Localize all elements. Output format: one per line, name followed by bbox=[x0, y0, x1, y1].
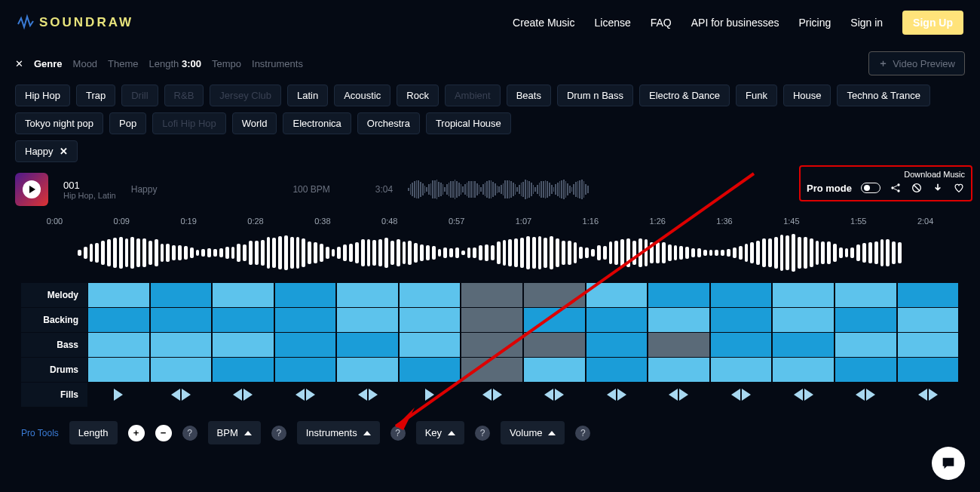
segment-cell[interactable] bbox=[213, 333, 274, 357]
segment-cell[interactable] bbox=[524, 358, 585, 382]
fill-prev-icon[interactable] bbox=[296, 389, 305, 401]
genre-tag[interactable]: Tokyo night pop bbox=[15, 112, 103, 134]
segment-cell[interactable] bbox=[648, 283, 709, 307]
share-icon[interactable] bbox=[890, 182, 902, 194]
segment-cell[interactable] bbox=[648, 358, 709, 382]
segment-cell[interactable] bbox=[151, 283, 212, 307]
genre-tag[interactable]: Drum n Bass bbox=[557, 85, 633, 106]
length-plus[interactable]: + bbox=[128, 425, 145, 441]
fill-prev-icon[interactable] bbox=[233, 389, 242, 401]
fill-prev-icon[interactable] bbox=[731, 389, 740, 401]
genre-tag[interactable]: Acoustic bbox=[334, 85, 390, 106]
segment-cell[interactable] bbox=[711, 308, 772, 332]
fill-prev-icon[interactable] bbox=[607, 389, 616, 401]
genre-tag[interactable]: World bbox=[232, 112, 277, 134]
genre-tag[interactable]: Electro & Dance bbox=[639, 85, 730, 106]
segment-cell[interactable] bbox=[898, 333, 959, 357]
genre-tag[interactable]: Techno & Trance bbox=[837, 85, 930, 106]
segment-cell[interactable] bbox=[524, 333, 585, 357]
instruments-help-icon[interactable]: ? bbox=[390, 426, 406, 441]
segment-cell[interactable] bbox=[835, 308, 896, 332]
segment-cell[interactable] bbox=[275, 358, 336, 382]
segment-cell[interactable] bbox=[337, 333, 398, 357]
segment-cell[interactable] bbox=[524, 283, 585, 307]
genre-tag[interactable]: R&B bbox=[164, 85, 204, 106]
fill-next-icon[interactable] bbox=[679, 389, 688, 401]
fill-prev-icon[interactable] bbox=[544, 389, 553, 401]
fill-prev-icon[interactable] bbox=[794, 389, 803, 401]
segment-cell[interactable] bbox=[275, 283, 336, 307]
fill-next-icon[interactable] bbox=[425, 389, 434, 401]
genre-tag[interactable]: Ambient bbox=[445, 85, 501, 106]
segment-cell[interactable] bbox=[773, 333, 834, 357]
genre-tag[interactable]: Electronica bbox=[283, 112, 351, 134]
genre-tag[interactable]: Lofi Hip Hop bbox=[152, 112, 226, 134]
bpm-help-icon[interactable]: ? bbox=[271, 426, 286, 441]
fill-next-icon[interactable] bbox=[804, 389, 813, 401]
segment-cell[interactable] bbox=[711, 358, 772, 382]
segment-cell[interactable] bbox=[213, 283, 274, 307]
segment-cell[interactable] bbox=[711, 283, 772, 307]
fill-next-icon[interactable] bbox=[243, 389, 253, 401]
segment-cell[interactable] bbox=[400, 283, 461, 307]
genre-tag[interactable]: Pop bbox=[109, 112, 146, 134]
remove-mood-icon[interactable]: ✕ bbox=[60, 146, 68, 157]
mood-tag-happy[interactable]: Happy✕ bbox=[15, 140, 78, 162]
segment-cell[interactable] bbox=[835, 358, 896, 382]
fill-prev-icon[interactable] bbox=[669, 389, 678, 401]
segment-cell[interactable] bbox=[337, 283, 398, 307]
volume-help-icon[interactable]: ? bbox=[575, 426, 590, 441]
genre-tag[interactable]: Rock bbox=[397, 85, 439, 106]
segment-cell[interactable] bbox=[337, 358, 398, 382]
key-control[interactable]: Key bbox=[416, 421, 464, 444]
genre-tag[interactable]: Beats bbox=[507, 85, 551, 106]
play-icon[interactable] bbox=[23, 180, 41, 198]
segment-cell[interactable] bbox=[151, 333, 212, 357]
bpm-control[interactable]: BPM bbox=[208, 421, 261, 444]
nav-signup[interactable]: Sign Up bbox=[902, 11, 963, 35]
segment-cell[interactable] bbox=[773, 283, 834, 307]
download-icon[interactable] bbox=[932, 182, 944, 194]
heart-icon[interactable] bbox=[953, 182, 965, 194]
video-preview-button[interactable]: ＋ Video Preview bbox=[868, 51, 965, 75]
regenerate-icon[interactable] bbox=[911, 182, 923, 194]
fill-next-icon[interactable] bbox=[742, 389, 751, 401]
fill-prev-icon[interactable] bbox=[171, 389, 180, 401]
segment-cell[interactable] bbox=[648, 333, 709, 357]
segment-cell[interactable] bbox=[586, 308, 648, 332]
segment-cell[interactable] bbox=[151, 308, 212, 332]
genre-tag[interactable]: Drill bbox=[121, 85, 158, 106]
segment-cell[interactable] bbox=[88, 308, 149, 332]
large-waveform[interactable] bbox=[21, 230, 959, 275]
segment-cell[interactable] bbox=[151, 358, 212, 382]
segment-cell[interactable] bbox=[898, 358, 959, 382]
segment-cell[interactable] bbox=[773, 358, 834, 382]
fill-next-icon[interactable] bbox=[369, 389, 378, 401]
segment-cell[interactable] bbox=[337, 308, 398, 332]
segment-cell[interactable] bbox=[898, 283, 959, 307]
nav-faq[interactable]: FAQ bbox=[651, 17, 672, 29]
fill-prev-icon[interactable] bbox=[482, 389, 492, 401]
segment-cell[interactable] bbox=[88, 358, 149, 382]
genre-tag[interactable]: House bbox=[783, 85, 831, 106]
filter-length[interactable]: Length 3:00 bbox=[149, 58, 201, 69]
segment-cell[interactable] bbox=[400, 358, 461, 382]
length-minus[interactable]: − bbox=[155, 425, 172, 441]
instruments-control[interactable]: Instruments bbox=[297, 421, 380, 444]
segment-cell[interactable] bbox=[586, 358, 648, 382]
segment-cell[interactable] bbox=[461, 283, 522, 307]
length-control[interactable]: Length bbox=[69, 421, 118, 444]
segment-cell[interactable] bbox=[898, 308, 959, 332]
fill-next-icon[interactable] bbox=[493, 389, 502, 401]
segment-cell[interactable] bbox=[524, 308, 585, 332]
filter-mood[interactable]: Mood bbox=[73, 58, 98, 69]
nav-license[interactable]: License bbox=[594, 17, 630, 29]
nav-create-music[interactable]: Create Music bbox=[513, 17, 574, 29]
genre-tag[interactable]: Trap bbox=[76, 85, 115, 106]
segment-cell[interactable] bbox=[461, 358, 522, 382]
segment-cell[interactable] bbox=[586, 283, 648, 307]
fill-prev-icon[interactable] bbox=[358, 389, 367, 401]
volume-control[interactable]: Volume bbox=[501, 421, 565, 444]
length-help-icon[interactable]: ? bbox=[182, 426, 198, 441]
filter-tempo[interactable]: Tempo bbox=[212, 58, 241, 69]
